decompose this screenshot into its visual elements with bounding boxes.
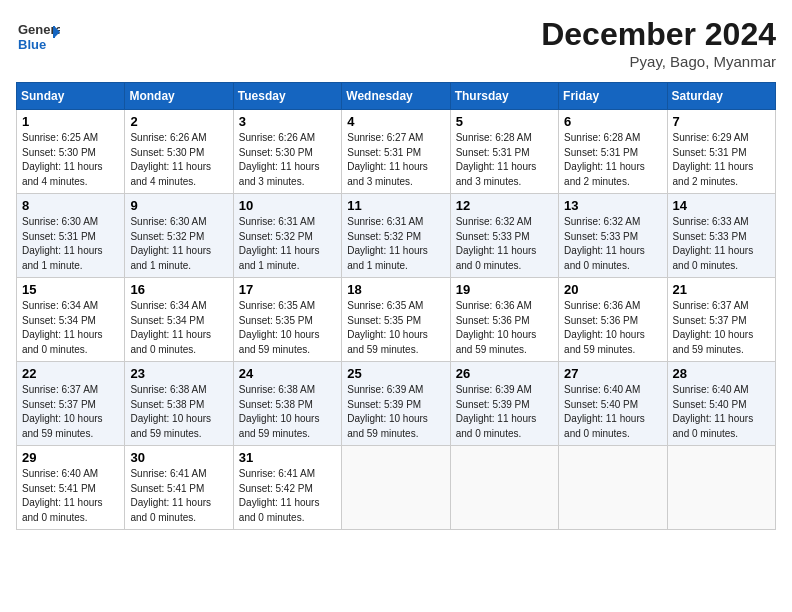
day-info: Sunrise: 6:38 AM Sunset: 5:38 PM Dayligh… xyxy=(130,383,227,441)
calendar-cell: 26Sunrise: 6:39 AM Sunset: 5:39 PM Dayli… xyxy=(450,362,558,446)
calendar-cell: 20Sunrise: 6:36 AM Sunset: 5:36 PM Dayli… xyxy=(559,278,667,362)
day-info: Sunrise: 6:25 AM Sunset: 5:30 PM Dayligh… xyxy=(22,131,119,189)
day-number: 29 xyxy=(22,450,119,465)
day-info: Sunrise: 6:26 AM Sunset: 5:30 PM Dayligh… xyxy=(130,131,227,189)
day-number: 27 xyxy=(564,366,661,381)
page-header: General Blue December 2024 Pyay, Bago, M… xyxy=(16,16,776,70)
day-info: Sunrise: 6:28 AM Sunset: 5:31 PM Dayligh… xyxy=(564,131,661,189)
calendar-cell: 30Sunrise: 6:41 AM Sunset: 5:41 PM Dayli… xyxy=(125,446,233,530)
day-number: 18 xyxy=(347,282,444,297)
logo: General Blue xyxy=(16,16,60,60)
calendar-cell: 27Sunrise: 6:40 AM Sunset: 5:40 PM Dayli… xyxy=(559,362,667,446)
calendar-cell: 8Sunrise: 6:30 AM Sunset: 5:31 PM Daylig… xyxy=(17,194,125,278)
day-info: Sunrise: 6:35 AM Sunset: 5:35 PM Dayligh… xyxy=(347,299,444,357)
calendar-week-row: 29Sunrise: 6:40 AM Sunset: 5:41 PM Dayli… xyxy=(17,446,776,530)
day-number: 8 xyxy=(22,198,119,213)
calendar-cell: 19Sunrise: 6:36 AM Sunset: 5:36 PM Dayli… xyxy=(450,278,558,362)
day-info: Sunrise: 6:39 AM Sunset: 5:39 PM Dayligh… xyxy=(456,383,553,441)
day-info: Sunrise: 6:34 AM Sunset: 5:34 PM Dayligh… xyxy=(130,299,227,357)
day-info: Sunrise: 6:32 AM Sunset: 5:33 PM Dayligh… xyxy=(564,215,661,273)
day-info: Sunrise: 6:31 AM Sunset: 5:32 PM Dayligh… xyxy=(239,215,336,273)
calendar-cell: 4Sunrise: 6:27 AM Sunset: 5:31 PM Daylig… xyxy=(342,110,450,194)
day-number: 4 xyxy=(347,114,444,129)
day-info: Sunrise: 6:27 AM Sunset: 5:31 PM Dayligh… xyxy=(347,131,444,189)
day-info: Sunrise: 6:30 AM Sunset: 5:31 PM Dayligh… xyxy=(22,215,119,273)
calendar-cell: 18Sunrise: 6:35 AM Sunset: 5:35 PM Dayli… xyxy=(342,278,450,362)
day-header-tuesday: Tuesday xyxy=(233,83,341,110)
day-number: 28 xyxy=(673,366,770,381)
calendar-cell: 10Sunrise: 6:31 AM Sunset: 5:32 PM Dayli… xyxy=(233,194,341,278)
day-number: 13 xyxy=(564,198,661,213)
day-header-wednesday: Wednesday xyxy=(342,83,450,110)
calendar-week-row: 22Sunrise: 6:37 AM Sunset: 5:37 PM Dayli… xyxy=(17,362,776,446)
day-number: 10 xyxy=(239,198,336,213)
calendar-cell: 24Sunrise: 6:38 AM Sunset: 5:38 PM Dayli… xyxy=(233,362,341,446)
day-number: 1 xyxy=(22,114,119,129)
calendar-cell: 22Sunrise: 6:37 AM Sunset: 5:37 PM Dayli… xyxy=(17,362,125,446)
calendar-cell: 7Sunrise: 6:29 AM Sunset: 5:31 PM Daylig… xyxy=(667,110,775,194)
calendar-cell xyxy=(667,446,775,530)
day-header-thursday: Thursday xyxy=(450,83,558,110)
calendar-header-row: SundayMondayTuesdayWednesdayThursdayFrid… xyxy=(17,83,776,110)
calendar-cell: 3Sunrise: 6:26 AM Sunset: 5:30 PM Daylig… xyxy=(233,110,341,194)
day-header-sunday: Sunday xyxy=(17,83,125,110)
calendar-cell: 11Sunrise: 6:31 AM Sunset: 5:32 PM Dayli… xyxy=(342,194,450,278)
day-number: 20 xyxy=(564,282,661,297)
day-header-friday: Friday xyxy=(559,83,667,110)
day-number: 22 xyxy=(22,366,119,381)
title-block: December 2024 Pyay, Bago, Myanmar xyxy=(541,16,776,70)
calendar-week-row: 15Sunrise: 6:34 AM Sunset: 5:34 PM Dayli… xyxy=(17,278,776,362)
day-number: 19 xyxy=(456,282,553,297)
calendar-cell xyxy=(450,446,558,530)
day-number: 7 xyxy=(673,114,770,129)
day-header-saturday: Saturday xyxy=(667,83,775,110)
day-number: 16 xyxy=(130,282,227,297)
calendar-cell: 28Sunrise: 6:40 AM Sunset: 5:40 PM Dayli… xyxy=(667,362,775,446)
day-number: 9 xyxy=(130,198,227,213)
calendar-cell: 17Sunrise: 6:35 AM Sunset: 5:35 PM Dayli… xyxy=(233,278,341,362)
calendar-cell: 23Sunrise: 6:38 AM Sunset: 5:38 PM Dayli… xyxy=(125,362,233,446)
calendar-cell: 31Sunrise: 6:41 AM Sunset: 5:42 PM Dayli… xyxy=(233,446,341,530)
logo-icon: General Blue xyxy=(16,16,60,60)
day-number: 15 xyxy=(22,282,119,297)
day-number: 3 xyxy=(239,114,336,129)
day-number: 26 xyxy=(456,366,553,381)
calendar-cell: 13Sunrise: 6:32 AM Sunset: 5:33 PM Dayli… xyxy=(559,194,667,278)
day-number: 12 xyxy=(456,198,553,213)
calendar-week-row: 1Sunrise: 6:25 AM Sunset: 5:30 PM Daylig… xyxy=(17,110,776,194)
calendar-cell: 14Sunrise: 6:33 AM Sunset: 5:33 PM Dayli… xyxy=(667,194,775,278)
calendar-cell: 1Sunrise: 6:25 AM Sunset: 5:30 PM Daylig… xyxy=(17,110,125,194)
calendar-table: SundayMondayTuesdayWednesdayThursdayFrid… xyxy=(16,82,776,530)
day-info: Sunrise: 6:31 AM Sunset: 5:32 PM Dayligh… xyxy=(347,215,444,273)
day-info: Sunrise: 6:36 AM Sunset: 5:36 PM Dayligh… xyxy=(456,299,553,357)
day-info: Sunrise: 6:26 AM Sunset: 5:30 PM Dayligh… xyxy=(239,131,336,189)
calendar-cell: 25Sunrise: 6:39 AM Sunset: 5:39 PM Dayli… xyxy=(342,362,450,446)
day-info: Sunrise: 6:40 AM Sunset: 5:40 PM Dayligh… xyxy=(564,383,661,441)
day-header-monday: Monday xyxy=(125,83,233,110)
day-number: 25 xyxy=(347,366,444,381)
calendar-cell: 16Sunrise: 6:34 AM Sunset: 5:34 PM Dayli… xyxy=(125,278,233,362)
day-info: Sunrise: 6:34 AM Sunset: 5:34 PM Dayligh… xyxy=(22,299,119,357)
calendar-cell xyxy=(559,446,667,530)
calendar-cell: 15Sunrise: 6:34 AM Sunset: 5:34 PM Dayli… xyxy=(17,278,125,362)
day-info: Sunrise: 6:39 AM Sunset: 5:39 PM Dayligh… xyxy=(347,383,444,441)
calendar-cell: 9Sunrise: 6:30 AM Sunset: 5:32 PM Daylig… xyxy=(125,194,233,278)
svg-text:Blue: Blue xyxy=(18,37,46,52)
day-number: 24 xyxy=(239,366,336,381)
calendar-cell: 12Sunrise: 6:32 AM Sunset: 5:33 PM Dayli… xyxy=(450,194,558,278)
calendar-week-row: 8Sunrise: 6:30 AM Sunset: 5:31 PM Daylig… xyxy=(17,194,776,278)
day-number: 31 xyxy=(239,450,336,465)
day-info: Sunrise: 6:30 AM Sunset: 5:32 PM Dayligh… xyxy=(130,215,227,273)
day-info: Sunrise: 6:35 AM Sunset: 5:35 PM Dayligh… xyxy=(239,299,336,357)
calendar-cell: 5Sunrise: 6:28 AM Sunset: 5:31 PM Daylig… xyxy=(450,110,558,194)
day-number: 21 xyxy=(673,282,770,297)
day-number: 23 xyxy=(130,366,227,381)
day-info: Sunrise: 6:29 AM Sunset: 5:31 PM Dayligh… xyxy=(673,131,770,189)
day-info: Sunrise: 6:32 AM Sunset: 5:33 PM Dayligh… xyxy=(456,215,553,273)
day-info: Sunrise: 6:40 AM Sunset: 5:40 PM Dayligh… xyxy=(673,383,770,441)
day-info: Sunrise: 6:36 AM Sunset: 5:36 PM Dayligh… xyxy=(564,299,661,357)
calendar-cell: 6Sunrise: 6:28 AM Sunset: 5:31 PM Daylig… xyxy=(559,110,667,194)
calendar-cell xyxy=(342,446,450,530)
day-info: Sunrise: 6:28 AM Sunset: 5:31 PM Dayligh… xyxy=(456,131,553,189)
day-info: Sunrise: 6:37 AM Sunset: 5:37 PM Dayligh… xyxy=(22,383,119,441)
